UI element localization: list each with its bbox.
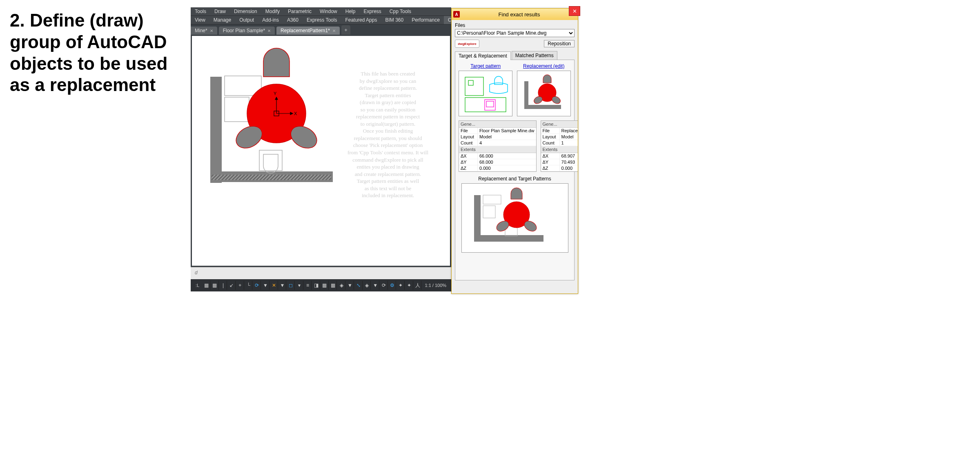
plus-icon: ＋ [343,27,348,33]
svg-rect-18 [486,101,494,107]
combined-preview[interactable] [461,183,568,253]
drop3-icon[interactable]: ▾ [296,281,303,290]
dialog-titlebar[interactable]: A Find exact results ✕ [452,9,578,20]
ucs-x-label: X [294,111,297,116]
svg-rect-14 [465,77,483,96]
update-icon[interactable]: ⟳ [380,281,388,290]
svg-rect-27 [483,206,495,218]
new-doc-button[interactable]: ＋ [341,25,350,35]
star2-icon[interactable]: ✦ [405,281,413,290]
menu-draw[interactable]: Draw [210,7,230,16]
replacement-properties-grid[interactable]: Gene... FileReplacementPattern2.dwg Layo… [541,120,578,172]
doc-tab-label: Mine* [195,28,207,33]
ucs-y-label: Y [274,91,277,96]
menu-cpptools[interactable]: Cpp Tools [385,7,415,16]
target-pattern-thumb[interactable] [459,71,512,116]
trans-icon[interactable]: ◨ [312,281,320,290]
lweight-icon[interactable]: ≡ [304,281,312,290]
sep-icon: | [220,281,227,290]
tab-target-replacement-page: Target pattern [455,60,575,280]
grid-header: Gene... [459,121,536,128]
ribbon-a360[interactable]: A360 [283,16,303,24]
human-icon[interactable]: 人 [414,281,422,290]
dialog-body: Files C:\Personal\Floor Plan Sample Mine… [452,20,578,293]
ann-icon[interactable]: ⤡ [355,281,363,290]
svg-rect-2 [212,175,331,180]
files-label: Files [455,22,575,28]
drawing-canvas[interactable]: X Y This file has been created by dwgExp… [191,35,451,267]
replacement-thumb[interactable] [517,71,571,116]
menu-window[interactable]: Window [316,7,341,16]
ribbon-manage[interactable]: Manage [209,16,235,24]
tab-matched-patterns[interactable]: Matched Patterns [512,51,557,60]
reposition-button[interactable]: Reposition [544,40,575,47]
drop4-icon[interactable]: ▼ [346,281,354,290]
drop2-icon[interactable]: ▼ [279,281,287,290]
doc-tab-mine[interactable]: Mine* ✕ [191,27,217,35]
autocad-window: Tools Draw Dimension Modify Parametric W… [191,7,451,291]
files-dropdown[interactable]: C:\Personal\Floor Plan Sample Mine.dwg [455,29,575,37]
ortho-icon[interactable]: └ [245,281,253,290]
app-icon: A [453,11,460,18]
dialog-close-button[interactable]: ✕ [569,6,580,16]
ribbon-view[interactable]: View [191,16,209,24]
target-properties-grid[interactable]: Gene... FileFloor Plan Sample Mine.dw La… [459,120,537,172]
drop-icon[interactable]: ▼ [262,281,270,290]
sel-icon[interactable]: ▦ [321,281,329,290]
ribbon-addins[interactable]: Add-ins [258,16,283,24]
gear-icon[interactable]: ⚙ [389,281,396,290]
ribbon-performance[interactable]: Performance [408,16,444,24]
menu-modify[interactable]: Modify [261,7,284,16]
svg-rect-7 [259,150,282,171]
svg-rect-6 [225,97,249,122]
svg-rect-20 [524,105,561,109]
svg-rect-19 [524,81,528,108]
close-icon[interactable]: ✕ [210,29,213,33]
iso-icon[interactable]: ◈ [338,281,345,290]
status-prefix: :L [193,283,202,288]
menu-tools[interactable]: Tools [191,7,210,16]
ribbon-expresstools[interactable]: Express Tools [303,16,341,24]
autocad-ribbontabs: View Manage Output Add-ins A360 Express … [191,16,451,24]
menu-help[interactable]: Help [341,7,360,16]
grid-header: Gene... [541,121,578,128]
sel2-icon[interactable]: ▦ [330,281,337,290]
grid-icon[interactable]: ▦ [203,281,210,290]
target-pattern-link[interactable]: Target pattern [459,63,513,69]
doc-tab-replacementpattern[interactable]: ReplacementPattern1* ✕ [276,27,340,35]
replacement-edit-link[interactable]: Replacement (edit) [517,63,571,69]
star-icon[interactable]: ✦ [397,281,405,290]
doc-tab-floorplan[interactable]: Floor Plan Sample* ✕ [219,27,275,35]
command-line[interactable]: d [191,267,451,279]
ribbon-featured[interactable]: Featured Apps [341,16,381,24]
slide-caption: 2. Define (draw) group of AutoCAD object… [10,10,181,96]
snap-icon[interactable]: ↙ [228,281,236,290]
polar-icon[interactable]: ⟳ [253,281,261,290]
autocad-menubar: Tools Draw Dimension Modify Parametric W… [191,7,451,16]
drop5-icon[interactable]: ▼ [372,281,379,290]
svg-rect-24 [474,195,481,241]
menu-dimension[interactable]: Dimension [230,7,261,16]
canvas-helper-text: This file has been created by dwgExplore… [329,70,447,199]
off-icon[interactable]: ✕ [270,281,278,290]
ribbon-bim360[interactable]: BIM 360 [381,16,408,24]
ribbon-output[interactable]: Output [235,16,258,24]
status-zoom: 1:1 / 100% [422,283,449,288]
tab-target-replacement[interactable]: Target & Replacement [455,51,511,60]
dialog-title: Find exact results [462,11,576,18]
iso2-icon[interactable]: ◈ [363,281,371,290]
svg-rect-16 [468,80,473,85]
status-bar: :L ▦ ▦ | ↙ + └ ⟳ ▼ ✕ ▼ ◻ ▾ ≡ ◨ ▦ ▦ ◈ ▼ ⤡… [191,279,451,291]
close-icon[interactable]: ✕ [267,29,271,33]
dwgexplore-indicator[interactable]: dwgExplore [455,40,479,48]
menu-express[interactable]: Express [359,7,385,16]
close-icon[interactable]: ✕ [332,29,336,33]
grid-header: Extents [459,146,536,153]
combined-preview-title: Replacement and Target Patterns [459,176,571,182]
plus-icon[interactable]: + [236,281,244,290]
menu-parametric[interactable]: Parametric [284,7,316,16]
grid-header: Extents [541,146,578,153]
osnap-icon[interactable]: ◻ [287,281,295,290]
grid2-icon[interactable]: ▦ [211,281,219,290]
ribbon-cpp[interactable]: Cpp [444,16,451,24]
